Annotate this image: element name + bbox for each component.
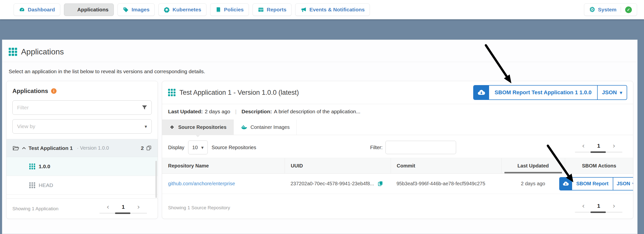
nav-label: Applications [77, 7, 108, 13]
nav-dashboard-button[interactable]: Dashboard [14, 3, 60, 16]
current-page: 1 [597, 203, 600, 209]
copy-icon[interactable] [377, 181, 384, 187]
nav-label: Dashboard [28, 7, 55, 13]
prev-page-button[interactable]: ‹ [582, 142, 585, 149]
system-label: System [598, 7, 616, 13]
pagination-scrollbar[interactable] [575, 212, 622, 213]
system-button[interactable]: ⚙ System ✓ [584, 3, 637, 16]
nav-label: Images [132, 7, 150, 13]
applications-grid-icon [9, 48, 17, 56]
application-detail-panel: Test Application 1 - Version 1.0.0 (late… [162, 81, 633, 219]
system-health-ok-icon[interactable]: ✓ [625, 6, 632, 13]
showing-count: Showing 1 Application [12, 206, 58, 212]
sbom-format-select[interactable]: JSON ▾ [613, 178, 633, 190]
nav-label: Events & Notifications [309, 7, 365, 13]
page-size-value: 10 [192, 145, 198, 150]
diamond-repo-icon [169, 124, 175, 130]
page-size-select[interactable]: 10 ▾ [188, 140, 208, 154]
nav-kubernetes-button[interactable]: Kubernetes [158, 3, 206, 16]
description-label: Description: [242, 109, 272, 115]
detail-tabs: Source Repositories Container Images [162, 119, 633, 135]
filter-group: Filter: [370, 141, 456, 154]
docker-whale-icon [241, 124, 248, 131]
cloud-download-icon [474, 86, 489, 100]
divider [2, 62, 637, 62]
detail-header: Test Application 1 - Version 1.0.0 (late… [162, 81, 633, 104]
nav-reports-button[interactable]: Reports [252, 3, 292, 16]
repositories-toolbar: Display 10 ▾ Source Repositories Filter:… [162, 135, 633, 158]
view-by-select[interactable]: View by ▾ [12, 119, 152, 133]
version-label: HEAD [39, 182, 53, 188]
applications-list: Test Application 1 · Version 1.0.0 2 1.0… [6, 139, 158, 195]
nav-images-button[interactable]: Images [118, 3, 155, 16]
cloud-download-icon [560, 178, 572, 190]
applications-filter-input[interactable] [12, 101, 152, 115]
column-header-sbom-actions[interactable]: SBOM Actions [565, 158, 633, 173]
column-header-last-updated[interactable]: Last Updated [501, 158, 565, 173]
application-version: · Version 1.0.0 [77, 145, 109, 151]
pagination-scrollbar[interactable] [575, 152, 622, 153]
pagination: ‹ 1 › [570, 142, 627, 153]
sbom-format-select[interactable]: JSON ▾ [598, 86, 627, 100]
version-label: 1.0.0 [39, 163, 50, 169]
page-subtitle: Select an application in the list below … [9, 69, 633, 74]
tab-label: Container Images [250, 124, 290, 130]
next-page-button[interactable]: › [612, 203, 615, 210]
next-page-button[interactable]: › [612, 142, 615, 149]
pagination-scrollbar[interactable] [100, 213, 147, 214]
scrollbar[interactable] [156, 161, 157, 198]
application-list-item[interactable]: Test Application 1 · Version 1.0.0 2 [6, 139, 158, 157]
nav-applications-button[interactable]: Applications [64, 3, 114, 16]
last-updated-label: Last Updated: [168, 109, 203, 115]
uuid-value: 237202a0-70ec-4578-9941-23eb4f8... [290, 181, 374, 187]
next-page-button[interactable]: › [137, 204, 140, 211]
version-list-item[interactable]: 1.0.0 [6, 157, 158, 176]
table-row: github.com/anchore/enterprise 237202a0-7… [162, 174, 633, 194]
sbom-report-label: SBOM Report [572, 178, 613, 190]
page-title: Applications [21, 47, 64, 56]
tab-label: Source Repositories [178, 124, 226, 130]
copy-stack-icon [146, 145, 152, 151]
last-updated-value: 2 days ago [521, 181, 545, 187]
row-sbom-report-download-button[interactable]: SBOM Report JSON ▾ [559, 177, 633, 190]
nav-label: Kubernetes [172, 7, 201, 13]
report-table-icon [258, 7, 264, 13]
filter-funnel-icon [141, 104, 148, 112]
nav-label: Policies [224, 7, 244, 13]
applications-grid-icon [69, 7, 74, 12]
application-grid-icon [168, 89, 176, 96]
nav-policies-button[interactable]: Policies [210, 3, 249, 16]
detail-title: Test Application 1 - Version 1.0.0 (late… [180, 89, 299, 97]
version-grid-icon [29, 163, 35, 169]
kubernetes-icon [164, 7, 170, 13]
chevron-down-icon: ▾ [620, 90, 622, 96]
dashboard-gauge-icon [19, 7, 25, 13]
current-page: 1 [122, 204, 125, 210]
tab-source-repositories[interactable]: Source Repositories [162, 119, 234, 135]
panel-title: Applications [12, 88, 48, 95]
version-list-item[interactable]: HEAD [6, 176, 158, 195]
info-icon[interactable]: i [51, 88, 56, 94]
divider [621, 7, 621, 13]
repository-link[interactable]: github.com/anchore/enterprise [168, 181, 235, 186]
collapse-chevron-icon[interactable] [22, 147, 26, 149]
column-header-uuid[interactable]: UUID [284, 158, 391, 173]
main-panel: Applications Select an application in th… [2, 40, 638, 234]
sbom-report-download-button[interactable]: SBOM Report Test Application 1 1.0.0 JSO… [473, 85, 627, 100]
nav-events-notifications-button[interactable]: Events & Notifications [295, 3, 370, 16]
book-icon [216, 7, 221, 13]
folder-open-icon [12, 145, 19, 152]
pagination: ‹ 1 › [570, 203, 627, 213]
chevron-down-icon: ▾ [201, 145, 204, 150]
prev-page-button[interactable]: ‹ [582, 203, 585, 210]
application-name: Test Application 1 [28, 145, 73, 151]
column-header-commit[interactable]: Commit [391, 158, 502, 173]
filter-label: Filter: [370, 145, 382, 150]
description-value: A brief description of the application..… [274, 109, 360, 115]
prev-page-button[interactable]: ‹ [106, 204, 109, 211]
top-navigation: Dashboard Applications Images Kubernetes… [0, 0, 644, 19]
repository-filter-input[interactable] [386, 141, 456, 154]
column-header-repository-name[interactable]: Repository Name [162, 158, 284, 173]
tag-icon [123, 7, 129, 13]
tab-container-images[interactable]: Container Images [234, 119, 297, 135]
